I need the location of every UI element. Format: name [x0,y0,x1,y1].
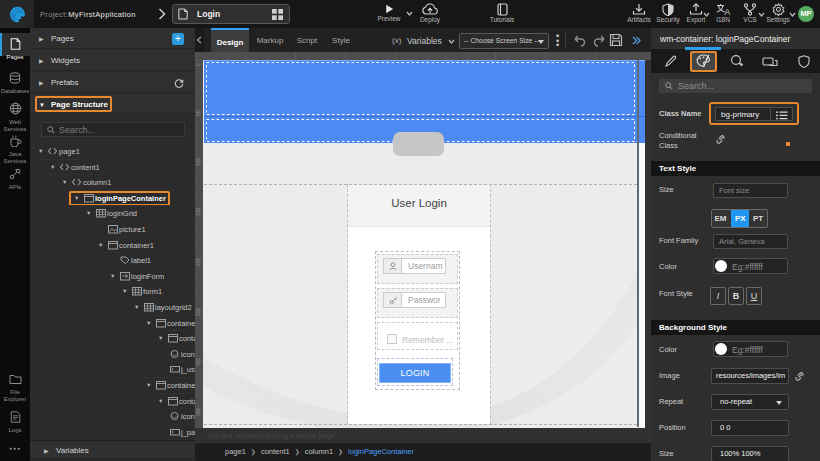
svg-text:A: A [724,7,730,17]
